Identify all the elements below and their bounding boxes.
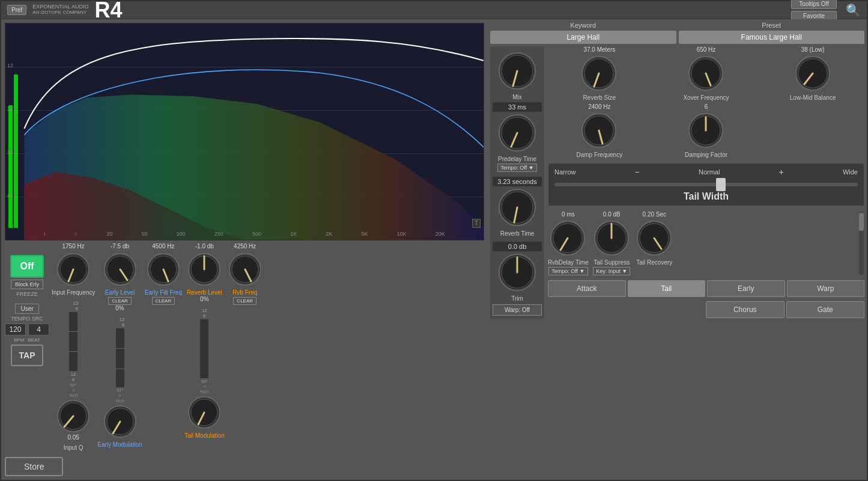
knobs-row-1: 37.0 Meters Reverb Size 650 Hz xyxy=(548,46,864,101)
tail-suppress-knob[interactable] xyxy=(592,219,631,258)
top-right-buttons: Tooltips Off Favorite xyxy=(791,0,837,21)
search-icon[interactable]: 🔍 xyxy=(846,3,861,17)
tempo-src-label: TEMPO SRC xyxy=(11,316,43,322)
fader-track-3[interactable] xyxy=(199,319,209,379)
left-buttons: Off Block Erly FREEZE User TEMPO SRC 120… xyxy=(5,255,49,366)
tail-recovery-label: Tail Recovery xyxy=(636,259,672,266)
preset-label: Preset xyxy=(762,22,781,29)
reverb-time-knob[interactable] xyxy=(496,186,538,228)
rvb-freq-label: Rvb Freq xyxy=(232,289,257,296)
tempo-off-button[interactable]: Tempo: Off ▼ xyxy=(497,164,536,172)
reverb-level-knob[interactable] xyxy=(186,251,222,287)
early-level-clear[interactable]: CLEAR xyxy=(108,297,132,305)
early-fader: 12 6 BP ∧ Nch xyxy=(115,317,125,403)
tail-suppress-key-button[interactable]: Key: Input ▼ xyxy=(593,267,630,275)
tap-button[interactable]: TAP xyxy=(11,345,44,366)
bottom-knobs-section: 0 ms RvbDelay Time Tempo: Off ▼ 0.0 d xyxy=(548,211,864,275)
tail-recovery-block: 0.20 Sec Tail Recovery xyxy=(635,211,674,275)
early-filt-section: 4500 Hz Early Filt Freq CLEAR xyxy=(145,243,182,371)
keyword-preset-row: Keyword Large Hall Preset Famous Large H… xyxy=(490,22,864,44)
early-filt-clear[interactable]: CLEAR xyxy=(152,297,175,305)
rvb-freq-clear[interactable]: CLEAR xyxy=(233,297,256,305)
tail-mod-label: Tail Modulation xyxy=(184,432,225,439)
xover-freq-value: 650 Hz xyxy=(697,46,716,53)
scrollbar-thumb[interactable] xyxy=(859,213,864,231)
tail-mod-knob[interactable] xyxy=(186,394,222,430)
mix-knob[interactable] xyxy=(496,50,538,92)
normal-label: Normal xyxy=(699,168,720,176)
xover-freq-knob[interactable] xyxy=(687,54,726,93)
input-frequency-knob[interactable] xyxy=(55,251,91,287)
keyword-value[interactable]: Large Hall xyxy=(490,31,676,44)
logo-text: EXPONENTIAL AUDIO AN iZOTOPE COMPANY xyxy=(32,4,88,16)
tail-recovery-value: 0.20 Sec xyxy=(643,211,666,218)
damping-factor-block: 6 Damping Factor xyxy=(681,103,732,158)
early-level-section: -7.5 db Early Level CLEAR 0% 12 6 xyxy=(97,243,142,448)
r4-logo: R4 xyxy=(95,0,123,21)
tail-width-slider[interactable] xyxy=(554,183,858,186)
trim-knob[interactable] xyxy=(496,251,538,293)
early-level-knob[interactable] xyxy=(102,251,138,287)
user-button[interactable]: User xyxy=(15,304,38,314)
tail-suppress-block: 0.0 dB Tail Suppress Key: Input ▼ xyxy=(592,211,631,275)
input-fader-row: 12 6 12 6 BP ∧ Nch xyxy=(68,301,78,398)
early-mod-knob[interactable] xyxy=(102,403,138,440)
reverb-size-block: 37.0 Meters Reverb Size xyxy=(574,46,625,101)
tabs-row-2: Chorus Gate xyxy=(548,301,864,318)
early-filt-freq-value: 4500 Hz xyxy=(152,243,174,250)
reverb-fader: 12 6 BP ∧ Nch xyxy=(199,308,209,394)
tooltips-button[interactable]: Tooltips Off xyxy=(791,0,837,9)
damp-freq-block: 2400 Hz Damp Frequency xyxy=(574,103,625,158)
rvb-freq-knob[interactable] xyxy=(227,251,263,287)
damp-freq-knob[interactable] xyxy=(580,111,619,150)
wide-label: Wide xyxy=(843,168,858,176)
tab-tail[interactable]: Tail xyxy=(628,280,706,297)
tab-early[interactable]: Early xyxy=(707,280,785,297)
freeze-button[interactable]: FREEZE xyxy=(16,291,38,297)
warp-off-button[interactable]: Warp: Off xyxy=(493,304,542,316)
preset-value[interactable]: Famous Large Hall xyxy=(679,31,865,44)
early-filt-freq-label: Early Filt Freq xyxy=(145,289,182,296)
low-mid-knob[interactable] xyxy=(794,54,833,93)
tab-warp[interactable]: Warp xyxy=(787,280,865,297)
plus-label: + xyxy=(779,167,784,177)
reverb-level-value: -1.0 db xyxy=(195,243,214,250)
t-label[interactable]: T xyxy=(472,219,481,228)
block-early-button[interactable]: Block Erly xyxy=(11,280,43,289)
knobs-row-2: 2400 Hz Damp Frequency 6 xyxy=(548,103,864,158)
tab-chorus[interactable]: Chorus xyxy=(706,301,785,318)
mix-label: Mix xyxy=(512,94,522,100)
fader-track-2[interactable] xyxy=(115,328,125,388)
scrollbar[interactable] xyxy=(858,211,864,275)
tabs-row-1: Attack Tail Early Warp xyxy=(548,280,864,297)
input-q-value: 0.05 xyxy=(67,434,79,441)
right-knobs-grid: 37.0 Meters Reverb Size 650 Hz xyxy=(548,46,864,319)
predelay-knob[interactable] xyxy=(496,112,538,154)
low-mid-label: Low-Mid Balance xyxy=(790,94,836,101)
tail-recovery-knob[interactable] xyxy=(635,219,674,258)
keyword-label: Keyword xyxy=(570,22,596,29)
input-freq-section: 1750 Hz Input Frequency 12 6 xyxy=(52,243,95,451)
damp-freq-label: Damp Frequency xyxy=(576,152,622,158)
off-button[interactable]: Off xyxy=(10,255,43,278)
damping-factor-value: 6 xyxy=(705,103,708,110)
pref-button[interactable]: Pref xyxy=(7,5,26,15)
early-mod-label: Early Modulation xyxy=(97,441,142,448)
tab-attack[interactable]: Attack xyxy=(548,280,626,297)
fader-track-1[interactable] xyxy=(68,311,78,372)
store-button[interactable]: Store xyxy=(5,457,63,476)
tab-gate[interactable]: Gate xyxy=(786,301,865,318)
early-filt-freq-knob[interactable] xyxy=(145,251,181,287)
input-q-knob[interactable] xyxy=(55,398,91,434)
reverb-size-knob[interactable] xyxy=(580,54,619,93)
damping-factor-knob[interactable] xyxy=(687,111,726,150)
reverb-level-section: -1.0 db Reverb Level 0% 12 6 BP xyxy=(184,243,225,439)
reverb-time-label: Reverb Time xyxy=(500,230,535,237)
low-mid-block: 38 (Low) Low-Mid Balance xyxy=(788,46,839,101)
rvb-delay-knob[interactable] xyxy=(548,219,587,258)
reverb-size-value: 37.0 Meters xyxy=(583,46,615,53)
rvb-delay-tempo-button[interactable]: Tempo: Off ▼ xyxy=(548,267,587,275)
rvb-freq-value: 4250 Hz xyxy=(234,243,256,250)
bpm-value[interactable]: 120 xyxy=(5,323,26,335)
beat-value[interactable]: 4 xyxy=(28,323,49,335)
